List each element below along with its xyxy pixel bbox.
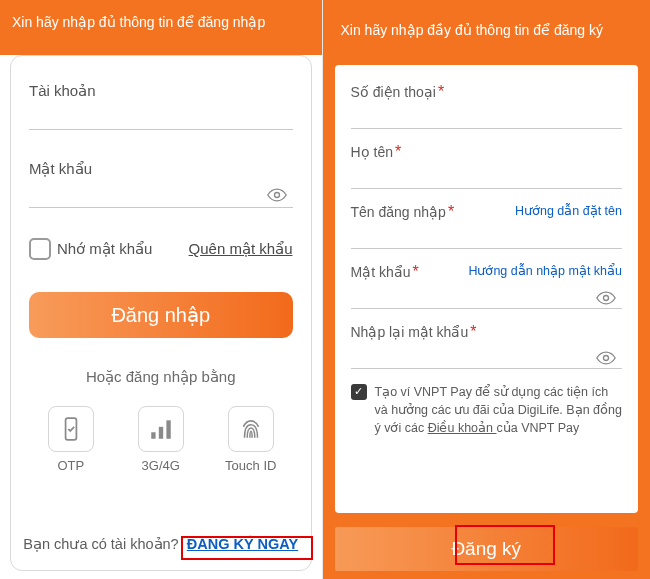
alt-login-touch[interactable]: Touch ID xyxy=(216,406,286,473)
alt-login-otp[interactable]: OTP xyxy=(36,406,106,473)
consent-part-b: của VNPT Pay xyxy=(496,421,579,435)
password-field: Mật khẩu xyxy=(29,160,293,208)
confirm-password-input[interactable] xyxy=(351,341,623,369)
password-label: Mật khẩu xyxy=(29,160,293,178)
password-hint-link[interactable]: Hướng dẫn nhập mật khẩu xyxy=(468,263,622,278)
password-input[interactable] xyxy=(29,178,293,208)
fullname-label: Họ tên xyxy=(351,144,393,160)
signup-pane: Xin hãy nhập đầy đủ thông tin để đăng ký… xyxy=(323,0,651,579)
alt-login-row: OTP 3G/4G Touch ID xyxy=(29,406,293,473)
signup-username-label: Tên đăng nhập xyxy=(351,204,446,220)
forgot-password-link[interactable]: Quên mật khẩu xyxy=(189,240,293,258)
fullname-field: Họ tên* xyxy=(351,143,623,189)
svg-point-5 xyxy=(604,296,609,301)
login-heading: Xin hãy nhập đủ thông tin để đăng nhập xyxy=(0,0,322,55)
signup-password-input[interactable] xyxy=(351,281,623,309)
signup-username-field: Tên đăng nhập* Hướng dẫn đặt tên xyxy=(351,203,623,249)
signup-password-label: Mật khẩu xyxy=(351,264,411,280)
terms-link[interactable]: Điều khoản xyxy=(428,421,497,435)
login-footer: Bạn chưa có tài khoản? ĐĂNG KÝ NGAY xyxy=(11,536,311,552)
eye-icon[interactable] xyxy=(267,188,287,202)
remember-label: Nhớ mật khẩu xyxy=(57,240,152,258)
required-mark: * xyxy=(448,203,454,220)
signup-button-wrap: Đăng ký xyxy=(335,527,639,571)
required-mark: * xyxy=(470,323,476,340)
phone-label: Số điện thoại xyxy=(351,84,436,100)
svg-rect-2 xyxy=(151,432,155,439)
consent-row[interactable]: ✓ Tạo ví VNPT Pay để sử dụng các tiện íc… xyxy=(351,383,623,437)
username-hint-link[interactable]: Hướng dẫn đặt tên xyxy=(515,203,622,218)
signup-now-link[interactable]: ĐĂNG KÝ NGAY xyxy=(187,536,298,552)
fullname-input[interactable] xyxy=(351,161,623,189)
signup-password-field: Mật khẩu* Hướng dẫn nhập mật khẩu xyxy=(351,263,623,309)
phone-field: Số điện thoại* xyxy=(351,83,623,129)
svg-point-6 xyxy=(604,356,609,361)
required-mark: * xyxy=(438,83,444,100)
footer-plain-text: Bạn chưa có tài khoản? xyxy=(23,536,178,552)
signal-icon xyxy=(138,406,184,452)
remember-checkbox[interactable]: Nhớ mật khẩu xyxy=(29,238,152,260)
required-mark: * xyxy=(413,263,419,280)
eye-icon[interactable] xyxy=(596,351,616,365)
username-field: Tài khoản xyxy=(29,82,293,130)
checkbox-icon xyxy=(29,238,51,260)
confirm-password-label: Nhập lại mật khẩu xyxy=(351,324,469,340)
username-label: Tài khoản xyxy=(29,82,293,100)
login-card: Tài khoản Mật khẩu Nhớ mật khẩu Quên mật… xyxy=(10,55,312,571)
alt-label-otp: OTP xyxy=(57,458,84,473)
signup-heading: Xin hãy nhập đầy đủ thông tin để đăng ký xyxy=(323,0,651,60)
phone-otp-icon xyxy=(48,406,94,452)
fingerprint-icon xyxy=(228,406,274,452)
signup-button[interactable]: Đăng ký xyxy=(335,527,639,571)
login-pane: Xin hãy nhập đủ thông tin để đăng nhập T… xyxy=(0,0,322,579)
username-input[interactable] xyxy=(29,100,293,130)
svg-rect-3 xyxy=(159,427,163,439)
login-button[interactable]: Đăng nhập xyxy=(29,292,293,338)
phone-input[interactable] xyxy=(351,101,623,129)
alt-login-heading: Hoặc đăng nhập bằng xyxy=(29,368,293,386)
signup-username-input[interactable] xyxy=(351,221,623,249)
required-mark: * xyxy=(395,143,401,160)
eye-icon[interactable] xyxy=(596,291,616,305)
consent-text: Tạo ví VNPT Pay để sử dụng các tiện ích … xyxy=(375,383,623,437)
signup-card: Số điện thoại* Họ tên* Tên đăng nhập* Hư… xyxy=(335,65,639,513)
confirm-password-field: Nhập lại mật khẩu* xyxy=(351,323,623,369)
svg-rect-4 xyxy=(166,420,170,438)
checkmark-icon: ✓ xyxy=(351,384,367,400)
alt-label-sim: 3G/4G xyxy=(142,458,180,473)
alt-label-touch: Touch ID xyxy=(225,458,276,473)
svg-point-0 xyxy=(274,193,279,198)
alt-login-sim[interactable]: 3G/4G xyxy=(126,406,196,473)
remember-row: Nhớ mật khẩu Quên mật khẩu xyxy=(29,238,293,260)
